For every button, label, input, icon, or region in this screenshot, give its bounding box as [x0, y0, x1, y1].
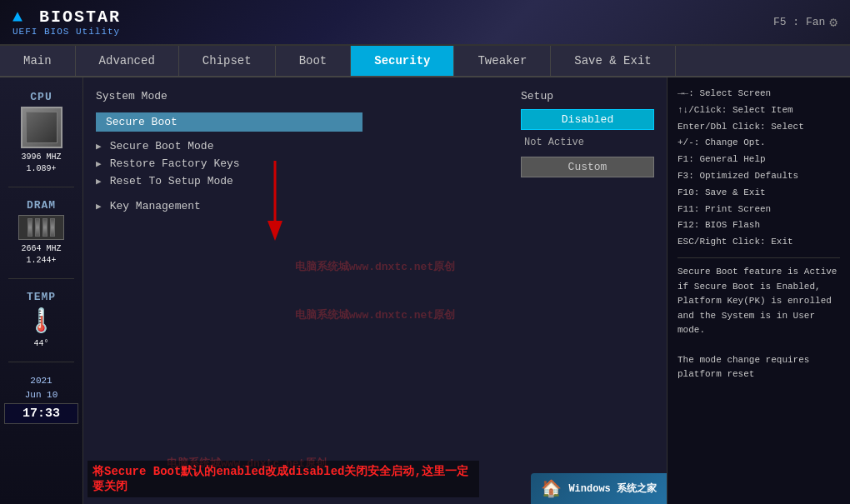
logo-triangle: ▲ — [12, 7, 24, 27]
cpu-freq: 3996 MHZ 1.089+ — [4, 152, 78, 175]
annotation-text: 将Secure Boot默认的enabled改成disabled关闭安全启动,这… — [88, 461, 479, 497]
biostar-logo: ▲ BIOSTAR — [12, 7, 121, 27]
arrow-4: ▶ — [96, 201, 102, 212]
info-panel: →←: Select Screen ↑↓/Click: Select Item … — [667, 77, 850, 504]
temp-icon: 🌡️ — [4, 307, 78, 335]
tab-boot[interactable]: Boot — [276, 46, 352, 76]
ctrl-f1: F1: General Help — [678, 152, 840, 168]
cpu-section: CPU 3996 MHZ 1.089+ — [4, 86, 78, 180]
windows-badge-text: Windows 系统之家 — [568, 482, 657, 496]
temp-value: 44° — [4, 338, 78, 350]
setup-disabled-option[interactable]: Disabled — [521, 109, 654, 130]
main-layout: CPU 3996 MHZ 1.089+ DRAM 2664 MHZ 1.244+ — [0, 77, 850, 504]
arrow-2: ▶ — [96, 158, 102, 169]
key-management-row: ▶ Key Management — [96, 200, 508, 212]
tab-tweaker[interactable]: Tweaker — [454, 46, 551, 76]
fs-fan-label: F5 : Fan — [773, 16, 825, 28]
time-display: 17:33 — [4, 403, 78, 424]
divider-2 — [8, 278, 74, 279]
content-left: System Mode Secure Boot ▶ Secure Boot Mo… — [96, 90, 508, 492]
dram-icon — [18, 215, 64, 240]
logo-area: ▲ BIOSTAR UEFI BIOS Utility — [12, 7, 121, 37]
secure-boot-mode-row: ▶ Secure Boot Mode — [96, 140, 508, 152]
ctrl-change: +/-: Change Opt. — [678, 135, 840, 152]
fan-icon: ⚙ — [829, 14, 838, 31]
temp-label: TEMP — [4, 291, 78, 303]
divider-3 — [8, 362, 74, 362]
tab-save-exit[interactable]: Save & Exit — [551, 46, 675, 76]
reset-setup-mode-row: ▶ Reset To Setup Mode — [96, 175, 508, 187]
bios-header: ▲ BIOSTAR UEFI BIOS Utility F5 : Fan ⚙ — [0, 0, 850, 46]
dram-label: DRAM — [4, 199, 78, 212]
secure-boot-bar[interactable]: Secure Boot — [96, 112, 362, 132]
header-right: F5 : Fan ⚙ — [773, 14, 838, 31]
setup-custom-option[interactable]: Custom — [521, 157, 654, 177]
arrow-3: ▶ — [96, 176, 102, 187]
reset-to-setup-mode-option[interactable]: Reset To Setup Mode — [110, 175, 233, 187]
ctrl-f10: F10: Save & Exit — [678, 185, 840, 202]
tab-main[interactable]: Main — [0, 46, 76, 76]
tab-security[interactable]: Security — [351, 46, 454, 76]
system-mode-label: System Mode — [96, 90, 196, 102]
ctrl-select-item: ↑↓/Click: Select Item — [678, 102, 840, 119]
windows-badge: 🏠 Windows 系统之家 — [531, 473, 667, 504]
cpu-label: CPU — [4, 91, 78, 103]
setup-not-active-option[interactable]: Not Active — [521, 135, 654, 150]
key-management-option[interactable]: Key Management — [110, 200, 201, 212]
ctrl-enter: Enter/Dbl Click: Select — [678, 119, 840, 136]
sidebar: CPU 3996 MHZ 1.089+ DRAM 2664 MHZ 1.244+ — [0, 77, 83, 504]
datetime-section: 2021 Jun 10 17:33 — [4, 369, 78, 429]
info-controls: →←: Select Screen ↑↓/Click: Select Item … — [678, 86, 840, 258]
date-display: 2021 Jun 10 — [4, 374, 78, 402]
info-description: Secure Boot feature is Active if Secure … — [678, 265, 840, 382]
restore-factory-keys-row: ▶ Restore Factory Keys — [96, 157, 508, 170]
system-mode-row: System Mode — [96, 90, 508, 102]
ctrl-select-screen: →←: Select Screen — [678, 86, 840, 102]
dram-freq: 2664 MHZ 1.244+ — [4, 243, 78, 267]
tab-chipset[interactable]: Chipset — [179, 46, 276, 76]
tab-advanced[interactable]: Advanced — [76, 46, 179, 76]
restore-factory-keys-option[interactable]: Restore Factory Keys — [110, 157, 240, 170]
ctrl-f12: F12: BIOS Flash — [678, 217, 840, 234]
dram-section: DRAM 2664 MHZ 1.244+ — [4, 194, 78, 272]
temp-section: TEMP 🌡️ 44° — [4, 286, 78, 355]
ctrl-f11: F11: Print Screen — [678, 202, 840, 218]
arrow-1: ▶ — [96, 141, 102, 152]
ctrl-esc: ESC/Right Click: Exit — [678, 234, 840, 251]
logo-subtitle: UEFI BIOS Utility — [12, 27, 121, 37]
logo-text: BIOSTAR — [39, 7, 121, 27]
content-area: 电脑系统城www.dnxtc.net原创 电脑系统城www.dnxtc.net原… — [83, 77, 667, 504]
cpu-icon — [21, 107, 62, 148]
nav-tabs: Main Advanced Chipset Boot Security Twea… — [0, 46, 850, 77]
divider-1 — [8, 187, 74, 187]
content-row: System Mode Secure Boot ▶ Secure Boot Mo… — [96, 90, 654, 492]
ctrl-f3: F3: Optimized Defaults — [678, 168, 840, 185]
setup-panel: Setup Disabled Not Active Custom — [521, 90, 654, 492]
secure-boot-mode-option[interactable]: Secure Boot Mode — [110, 140, 214, 152]
setup-title: Setup — [521, 90, 654, 102]
windows-logo-icon: 🏠 — [541, 478, 562, 499]
